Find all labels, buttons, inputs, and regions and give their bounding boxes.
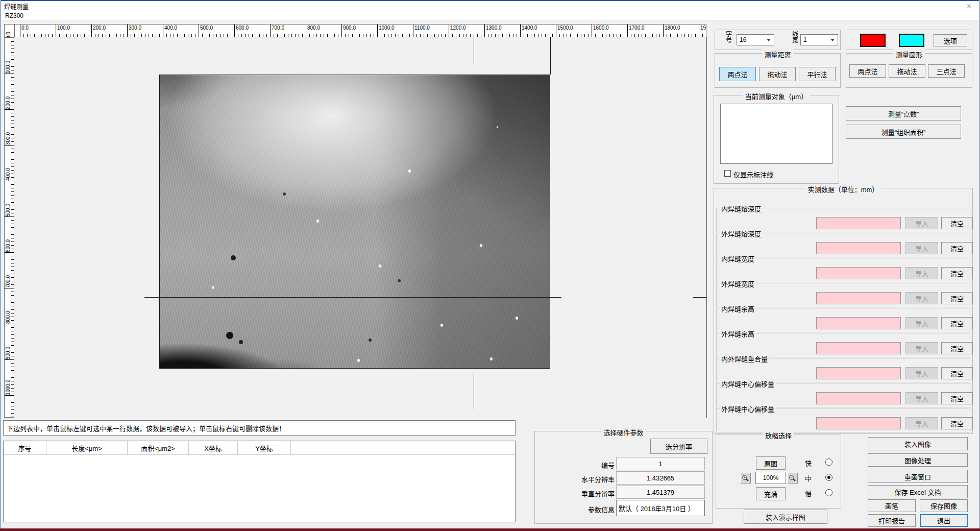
v-ruler-major-tick bbox=[5, 109, 14, 110]
measured-value-input[interactable] bbox=[816, 267, 901, 279]
table-column-header[interactable]: Y坐标 bbox=[238, 441, 291, 454]
measure-circle-title: 测量圆形 bbox=[893, 50, 925, 59]
measure-points-button[interactable]: 测量“点数” bbox=[846, 106, 961, 120]
load-image-button[interactable]: 装入图像 bbox=[868, 437, 968, 450]
import-button[interactable]: 导入 bbox=[905, 292, 938, 304]
h-ruler-minor-tick bbox=[245, 34, 246, 37]
clear-button[interactable]: 清空 bbox=[941, 367, 973, 379]
save-excel-button[interactable]: 保存 Excel 文档 bbox=[868, 485, 968, 498]
import-button[interactable]: 导入 bbox=[905, 317, 938, 329]
clear-button[interactable]: 清空 bbox=[941, 267, 973, 279]
hw-field-0[interactable]: 1 bbox=[616, 457, 705, 470]
distance-method-1[interactable]: 两点法 bbox=[719, 67, 756, 81]
h-ruler-label: 0.0 bbox=[21, 25, 29, 31]
zoom-out-icon[interactable] bbox=[787, 473, 798, 484]
only-annotation-checkbox[interactable] bbox=[724, 170, 731, 177]
print-report-button[interactable]: 打印报告 bbox=[868, 514, 916, 527]
measure-area-button[interactable]: 测量“组织面积” bbox=[846, 125, 961, 139]
clear-button[interactable]: 清空 bbox=[941, 242, 973, 254]
primary-color-swatch[interactable] bbox=[860, 34, 886, 47]
menu-item-rz300[interactable]: RZ300 bbox=[1, 12, 28, 19]
v-ruler-minor-tick bbox=[11, 356, 14, 356]
h-ruler-minor-tick bbox=[524, 34, 524, 37]
import-button[interactable]: 导入 bbox=[905, 267, 938, 279]
speed-radio-中[interactable] bbox=[825, 474, 832, 481]
line-width-select[interactable]: 1 bbox=[800, 34, 838, 45]
current-object-listbox[interactable] bbox=[720, 104, 832, 164]
measured-value-input[interactable] bbox=[816, 417, 901, 429]
h-ruler-minor-tick bbox=[638, 34, 639, 37]
zoom-value-field[interactable]: 100% bbox=[755, 472, 786, 484]
h-ruler-label: 300.0 bbox=[129, 25, 141, 31]
v-ruler-major-tick bbox=[5, 74, 14, 74]
h-ruler-minor-tick bbox=[634, 34, 635, 37]
distance-method-2[interactable]: 拖动法 bbox=[759, 67, 796, 81]
v-ruler-minor-tick bbox=[11, 134, 14, 135]
options-button[interactable]: 选项 bbox=[934, 34, 967, 46]
measured-value-input[interactable] bbox=[816, 217, 901, 229]
table-column-header[interactable]: 序号 bbox=[4, 441, 46, 454]
measured-value-input[interactable] bbox=[816, 367, 901, 379]
distance-method-3[interactable]: 平行法 bbox=[799, 67, 836, 81]
select-resolution-button[interactable]: 选分辨率 bbox=[650, 439, 707, 454]
h-ruler-minor-tick bbox=[577, 34, 578, 37]
measured-value-input[interactable] bbox=[816, 342, 901, 354]
import-button[interactable]: 导入 bbox=[905, 417, 938, 429]
measured-value-input[interactable] bbox=[816, 317, 901, 329]
results-table[interactable]: 序号长度<μm>面积<μm2>X坐标Y坐标 bbox=[3, 441, 516, 522]
font-size-select[interactable]: 16 bbox=[737, 34, 774, 45]
redraw-window-button[interactable]: 重画窗口 bbox=[868, 470, 968, 483]
import-button[interactable]: 导入 bbox=[905, 392, 938, 404]
h-ruler-major-tick bbox=[127, 25, 128, 37]
import-button[interactable]: 导入 bbox=[905, 242, 938, 254]
exit-button[interactable]: 退出 bbox=[920, 514, 968, 527]
table-column-header[interactable]: 长度<μm> bbox=[46, 441, 128, 454]
speed-radio-慢[interactable] bbox=[825, 489, 832, 496]
hw-field-2[interactable]: 1.451379 bbox=[616, 486, 705, 499]
speed-radio-快[interactable] bbox=[825, 458, 832, 466]
measured-row-label: 内外焊缝重合量 bbox=[720, 354, 769, 364]
clear-button[interactable]: 清空 bbox=[941, 317, 973, 329]
zoom-in-icon[interactable] bbox=[740, 473, 751, 484]
import-button[interactable]: 导入 bbox=[905, 217, 938, 229]
v-ruler-minor-tick bbox=[11, 299, 14, 299]
save-image-button[interactable]: 保存图像 bbox=[920, 499, 968, 512]
hw-field-3[interactable]: 默认（ 2018年3月10日 ） bbox=[616, 500, 705, 516]
process-image-button[interactable]: 图像处理 bbox=[868, 453, 968, 467]
measured-value-input[interactable] bbox=[816, 242, 901, 254]
h-ruler-minor-tick bbox=[588, 34, 589, 37]
circle-method-1[interactable]: 两点法 bbox=[849, 64, 886, 78]
import-button[interactable]: 导入 bbox=[905, 367, 938, 379]
measured-value-input[interactable] bbox=[816, 392, 901, 404]
v-ruler-label: 0.0 bbox=[5, 37, 11, 38]
table-column-header[interactable]: 面积<μm2> bbox=[128, 441, 189, 454]
weld-image[interactable] bbox=[159, 75, 550, 369]
v-ruler-minor-tick bbox=[11, 274, 14, 274]
clear-button[interactable]: 清空 bbox=[941, 292, 973, 304]
clear-button[interactable]: 清空 bbox=[941, 392, 973, 404]
close-icon[interactable]: ✕ bbox=[962, 3, 976, 10]
h-ruler-minor-tick bbox=[459, 34, 460, 37]
circle-method-3[interactable]: 三点法 bbox=[928, 64, 965, 78]
load-demo-button[interactable]: 装入演示样图 bbox=[744, 510, 827, 524]
h-ruler-minor-tick bbox=[563, 34, 564, 37]
app-window: 焊缝测量 ✕ RZ300 0.0 0.0100.0200.0300.0400.0… bbox=[0, 0, 980, 531]
measured-value-input[interactable] bbox=[816, 292, 901, 304]
measured-row-label: 内焊缝宽度 bbox=[720, 254, 756, 263]
clear-button[interactable]: 清空 bbox=[941, 342, 973, 354]
brush-button[interactable]: 画笔 bbox=[868, 499, 916, 512]
fit-button[interactable]: 充满 bbox=[756, 487, 786, 500]
speed-label: 快 bbox=[805, 458, 812, 468]
clear-button[interactable]: 清空 bbox=[941, 417, 973, 429]
h-ruler-minor-tick bbox=[331, 34, 331, 37]
table-column-header[interactable]: X坐标 bbox=[189, 441, 238, 454]
hw-field-1[interactable]: 1.432665 bbox=[616, 471, 705, 485]
original-size-button[interactable]: 原图 bbox=[756, 456, 786, 470]
secondary-color-swatch[interactable] bbox=[899, 34, 924, 47]
import-button[interactable]: 导入 bbox=[905, 342, 938, 354]
h-ruler-minor-tick bbox=[316, 34, 317, 37]
clear-button[interactable]: 清空 bbox=[941, 217, 973, 229]
h-ruler-minor-tick bbox=[70, 34, 70, 37]
circle-method-2[interactable]: 拖动法 bbox=[889, 64, 925, 78]
h-ruler-label: 1800.0 bbox=[665, 25, 680, 31]
